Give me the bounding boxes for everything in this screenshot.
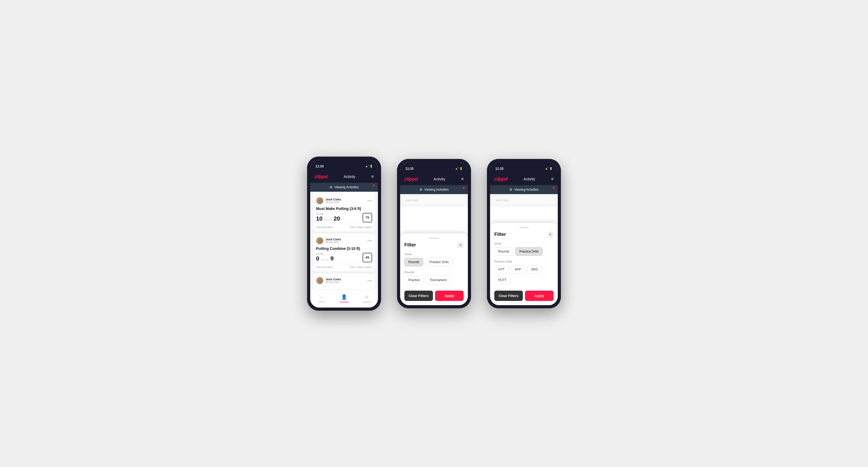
- notification-dot-1: [373, 184, 375, 186]
- clear-filters-btn-2[interactable]: Clear Filters: [404, 291, 433, 301]
- outof-label-1: OUT OF: [324, 219, 332, 221]
- phone-1: 11:33 ▲ ᷾ 🔋 clippd Activity ≡ ⚙ Viewing …: [307, 157, 381, 311]
- activity-card-3: JC Josh Coles 28 Feb 2023 •••: [313, 274, 375, 289]
- notification-dot-3: [553, 187, 555, 189]
- logo-2: clippd: [404, 176, 417, 182]
- rounds-buttons-2: Practice Tournament: [404, 276, 464, 284]
- viewing-label-2: Viewing Activities: [425, 188, 449, 191]
- phone-3-inner: 11:33 ▲ ᷾ 🔋 clippd Activity ≡ ⚙ Viewing …: [490, 162, 558, 305]
- activity-title-1: Must Make Putting (3-6 ft): [316, 207, 372, 211]
- rounds-btn-2[interactable]: Rounds: [404, 258, 423, 266]
- phone-2: 11:33 ▲ ᷾ 🔋 clippd Activity ≡ ⚙ Viewing …: [397, 159, 471, 308]
- tournament-btn-2[interactable]: Tournament: [426, 276, 451, 284]
- ott-btn-3[interactable]: OTT: [494, 265, 508, 274]
- menu-icon-1[interactable]: ≡: [371, 174, 374, 179]
- app-header-3: clippd Activity ≡: [490, 174, 558, 185]
- user-name-2: Josh Coles: [326, 238, 341, 241]
- filter-header-3: Filter ✕: [494, 231, 554, 238]
- viewing-banner-1[interactable]: ⚙ Viewing Activities: [310, 183, 378, 192]
- avatar-2: JC: [316, 237, 323, 244]
- putt-btn-3[interactable]: PUTT: [494, 276, 510, 284]
- filter-icon-2: ⚙: [420, 188, 422, 191]
- arg-btn-3[interactable]: ARG: [527, 265, 542, 274]
- practice-drills-btn-2[interactable]: Practice Drills: [425, 258, 453, 266]
- show-label-2: Show: [404, 253, 464, 256]
- menu-icon-2[interactable]: ≡: [461, 177, 464, 181]
- capture-label-1: Capture: [362, 301, 371, 303]
- avatar-3: JC: [316, 277, 323, 284]
- filter-modal-2: Filter ✕ Show Rounds Practice Drills Rou…: [400, 234, 468, 305]
- score-label-1: Score: [316, 213, 340, 215]
- shot-quality-badge-1: 75: [363, 213, 372, 222]
- card-header-1: JC Josh Coles 28 Feb 2023 •••: [316, 197, 372, 205]
- header-title-1: Activity: [344, 175, 355, 179]
- score-value-2: 0: [316, 255, 319, 262]
- data-label-2: Data: Clippd Capture: [350, 266, 372, 269]
- app-header-1: clippd Activity ≡: [310, 172, 378, 183]
- viewing-banner-2[interactable]: ⚙ Viewing Activities: [400, 185, 468, 194]
- filter-icon-1: ⚙: [330, 185, 333, 189]
- phone-content-wrapper-2: Josh Coles Filter ✕ Show Rounds Practic: [400, 194, 468, 305]
- show-section-2: Show Rounds Practice Drills: [404, 253, 464, 266]
- rounds-btn-3[interactable]: Rounds: [494, 247, 513, 256]
- practice-drills-btn-3[interactable]: Practice Drills: [515, 247, 542, 256]
- dynamic-island-3: [514, 165, 535, 171]
- activity-card-1: JC Josh Coles 28 Feb 2023 ••• Must Make …: [313, 194, 375, 232]
- filter-title-3: Filter: [494, 232, 506, 237]
- practice-btn-2[interactable]: Practice: [404, 276, 424, 284]
- filter-handle-3: [519, 227, 529, 228]
- app-header-2: clippd Activity ≡: [400, 174, 468, 185]
- activities-icon-1: 👤: [341, 294, 347, 300]
- status-icons-1: ▲ ᷾ 🔋: [365, 165, 373, 168]
- phone-1-inner: 11:33 ▲ ᷾ 🔋 clippd Activity ≡ ⚙ Viewing …: [310, 160, 378, 308]
- header-title-3: Activity: [523, 177, 535, 181]
- status-icons-3: ▲ ᷾ 🔋: [545, 167, 553, 170]
- close-button-3[interactable]: ✕: [547, 231, 554, 238]
- status-time-3: 11:33: [495, 167, 503, 170]
- card-header-2: JC Josh Coles 28 Feb 2023 •••: [316, 237, 372, 244]
- status-bar-3: 11:33 ▲ ᷾ 🔋: [490, 162, 558, 174]
- more-dots-2[interactable]: •••: [367, 239, 372, 243]
- status-bar-1: 11:33 ▲ ᷾ 🔋: [310, 160, 378, 172]
- home-icon-1: ⌂: [320, 294, 323, 300]
- more-dots-3[interactable]: •••: [367, 278, 372, 283]
- header-title-2: Activity: [433, 177, 445, 181]
- rounds-section-label-2: Rounds: [404, 271, 464, 274]
- dimmed-card: Josh Coles: [403, 196, 465, 205]
- score-label-2: Score: [316, 253, 334, 255]
- user-date-3: 28 Feb 2023: [326, 281, 341, 283]
- close-button-2[interactable]: ✕: [457, 242, 464, 248]
- status-time-2: 11:33: [405, 167, 414, 170]
- activity-title-2: Putting Combine (3-15 ft): [316, 246, 372, 251]
- data-label-1: Data: Clippd Capture: [350, 226, 372, 228]
- logo-3: clippd: [494, 176, 507, 182]
- dynamic-island-1: [334, 162, 355, 169]
- filter-header-2: Filter ✕: [404, 242, 464, 248]
- logo-1: clippd: [314, 174, 328, 180]
- nav-capture-1[interactable]: ⊕ Capture: [355, 294, 378, 303]
- info-label-2: Test Information: [316, 266, 333, 269]
- user-name-3: Josh Coles: [326, 278, 341, 281]
- filter-handle-2: [429, 238, 439, 239]
- user-date-1: 28 Feb 2023: [326, 201, 341, 204]
- apply-btn-3[interactable]: Apply: [525, 291, 554, 301]
- info-label-1: Test Information: [316, 226, 333, 228]
- practice-drills-section-3: Practice Drills OTT APP ARG PUTT: [494, 260, 554, 284]
- nav-home-1[interactable]: ⌂ Home: [310, 294, 333, 303]
- viewing-banner-3[interactable]: ⚙ Viewing Activities: [490, 185, 558, 194]
- capture-icon-1: ⊕: [365, 294, 369, 300]
- shots-value-1: 20: [334, 215, 340, 222]
- apply-btn-2[interactable]: Apply: [435, 291, 464, 301]
- phones-container: 11:33 ▲ ᷾ 🔋 clippd Activity ≡ ⚙ Viewing …: [307, 157, 561, 311]
- nav-activities-1[interactable]: 👤 Activities: [333, 294, 355, 303]
- clear-filters-btn-3[interactable]: Clear Filters: [494, 291, 523, 301]
- home-label-1: Home: [318, 301, 325, 303]
- status-time-1: 11:33: [315, 164, 324, 168]
- activity-card-2: JC Josh Coles 28 Feb 2023 ••• Putting Co…: [313, 234, 375, 272]
- app-btn-3[interactable]: APP: [511, 265, 525, 274]
- menu-icon-3[interactable]: ≡: [551, 177, 554, 181]
- phone-content-1: JC Josh Coles 28 Feb 2023 ••• Must Make …: [310, 194, 378, 289]
- more-dots-1[interactable]: •••: [367, 198, 372, 203]
- dynamic-island-2: [424, 165, 445, 171]
- user-info-2: JC Josh Coles 28 Feb 2023: [316, 237, 341, 244]
